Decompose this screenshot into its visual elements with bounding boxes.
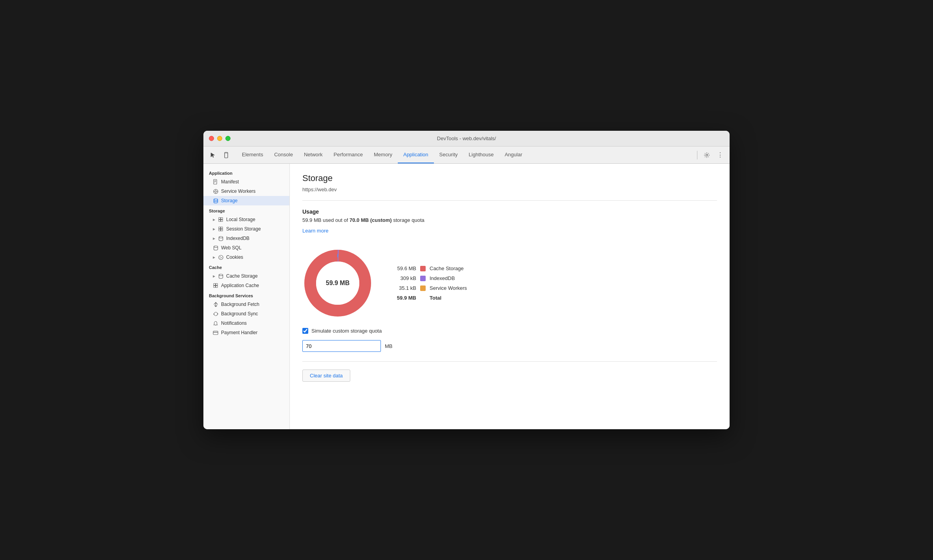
- sidebar-section-storage: Storage: [203, 205, 289, 215]
- sidebar-item-session-storage[interactable]: ▶ Session Storage: [203, 224, 289, 234]
- tab-memory[interactable]: Memory: [368, 146, 398, 163]
- settings-icon[interactable]: [701, 150, 712, 161]
- learn-more-link[interactable]: Learn more: [302, 228, 328, 234]
- quota-input-row: MB: [302, 340, 717, 352]
- svg-rect-1: [225, 152, 228, 154]
- tab-angular[interactable]: Angular: [499, 146, 528, 163]
- app-cache-icon: [213, 283, 218, 288]
- close-button[interactable]: [209, 136, 214, 141]
- sidebar-item-background-fetch[interactable]: Background Fetch: [203, 300, 289, 309]
- legend-item-indexeddb: 309 kB IndexedDB: [389, 275, 467, 281]
- toolbar: Elements Console Network Performance Mem…: [203, 146, 730, 164]
- usage-section: Usage 59.9 MB used out of 70.0 MB (custo…: [302, 209, 717, 242]
- main-area: Application Manifest: [203, 164, 730, 429]
- sidebar-item-indexeddb[interactable]: ▶ IndexedDB: [203, 234, 289, 243]
- legend-item-sw: 35.1 kB Service Workers: [389, 285, 467, 291]
- svg-rect-14: [219, 218, 221, 220]
- legend-swatch-cache: [420, 266, 426, 271]
- quota-checkbox-text: Simulate custom storage quota: [311, 328, 382, 334]
- background-fetch-icon: [213, 302, 218, 307]
- legend-label-total: Total: [430, 295, 441, 301]
- sidebar-item-cache-storage-label: Cache Storage: [226, 273, 258, 279]
- svg-point-25: [220, 256, 221, 257]
- svg-point-23: [214, 246, 218, 247]
- toolbar-divider: [697, 151, 697, 159]
- sidebar-item-manifest-label: Manifest: [221, 179, 239, 185]
- sidebar-item-background-sync-label: Background Sync: [221, 311, 258, 317]
- sidebar-item-cookies[interactable]: ▶ Cookies: [203, 253, 289, 262]
- svg-rect-18: [219, 227, 221, 229]
- quota-row: Simulate custom storage quota: [302, 328, 717, 334]
- quota-input[interactable]: [302, 340, 381, 352]
- chevron-right-icon5: ▶: [213, 275, 215, 278]
- donut-chart: 59.9 MB: [302, 248, 373, 318]
- page-title: Storage: [302, 173, 717, 183]
- legend-item-cache: 59.6 MB Cache Storage: [389, 265, 467, 271]
- legend-item-total: 59.9 MB Total: [389, 295, 467, 301]
- storage-icon: [213, 198, 218, 203]
- clear-site-data-button[interactable]: Clear site data: [302, 370, 350, 382]
- background-sync-icon: [213, 311, 218, 317]
- svg-point-8: [215, 190, 216, 192]
- svg-rect-21: [221, 229, 223, 231]
- sidebar-section-background: Background Services: [203, 290, 289, 300]
- indexeddb-icon: [218, 236, 223, 241]
- tab-console[interactable]: Console: [269, 146, 298, 163]
- tab-network[interactable]: Network: [298, 146, 328, 163]
- svg-rect-17: [221, 220, 223, 222]
- quota-unit: MB: [385, 343, 393, 349]
- maximize-button[interactable]: [225, 136, 231, 141]
- quota-checkbox-label[interactable]: Simulate custom storage quota: [302, 328, 382, 334]
- payment-handler-icon: [213, 330, 218, 335]
- legend-label-indexeddb: IndexedDB: [430, 275, 455, 281]
- sidebar-item-notifications[interactable]: Notifications: [203, 318, 289, 328]
- toolbar-right: ⋮: [695, 150, 726, 161]
- sidebar-item-background-fetch-label: Background Fetch: [221, 302, 259, 307]
- svg-rect-29: [214, 284, 216, 285]
- legend-swatch-sw: [420, 285, 426, 291]
- donut-label: 59.9 MB: [326, 280, 349, 287]
- sidebar-item-service-workers[interactable]: Service Workers: [203, 187, 289, 196]
- tab-application[interactable]: Application: [398, 146, 434, 163]
- minimize-button[interactable]: [217, 136, 222, 141]
- divider-bottom: [302, 361, 717, 362]
- nav-tabs: Elements Console Network Performance Mem…: [236, 146, 694, 163]
- tab-performance[interactable]: Performance: [328, 146, 368, 163]
- more-icon[interactable]: ⋮: [715, 150, 726, 161]
- sidebar-item-application-cache[interactable]: Application Cache: [203, 281, 289, 290]
- tab-security[interactable]: Security: [434, 146, 463, 163]
- sidebar-section-application: Application: [203, 168, 289, 177]
- tab-lighthouse[interactable]: Lighthouse: [463, 146, 499, 163]
- sidebar-item-indexeddb-label: IndexedDB: [226, 236, 249, 241]
- sidebar-item-cache-storage[interactable]: ▶ Cache Storage: [203, 271, 289, 281]
- sidebar: Application Manifest: [203, 164, 290, 429]
- sidebar-item-notifications-label: Notifications: [221, 320, 247, 326]
- svg-rect-16: [219, 220, 221, 222]
- web-sql-icon: [213, 245, 218, 251]
- sidebar-item-storage-label: Storage: [221, 198, 238, 203]
- mobile-icon[interactable]: [221, 150, 232, 161]
- sidebar-item-web-sql[interactable]: Web SQL: [203, 243, 289, 253]
- cursor-icon[interactable]: [207, 150, 218, 161]
- quota-checkbox[interactable]: [302, 328, 308, 334]
- svg-rect-30: [216, 284, 218, 285]
- sidebar-item-background-sync[interactable]: Background Sync: [203, 309, 289, 318]
- sidebar-item-manifest[interactable]: Manifest: [203, 177, 289, 187]
- tab-elements[interactable]: Elements: [236, 146, 269, 163]
- svg-point-13: [214, 199, 218, 200]
- chart-area: 59.9 MB 59.6 MB Cache Storage 309 kB Ind…: [302, 248, 717, 318]
- sidebar-item-payment-handler[interactable]: Payment Handler: [203, 328, 289, 337]
- chevron-right-icon: ▶: [213, 218, 215, 221]
- chevron-right-icon4: ▶: [213, 256, 215, 259]
- sidebar-item-storage[interactable]: Storage: [203, 196, 289, 205]
- content-url: https://web.dev: [302, 187, 717, 192]
- sidebar-item-local-storage[interactable]: ▶ Local Storage: [203, 215, 289, 224]
- svg-rect-15: [221, 218, 223, 220]
- cookies-icon: [218, 254, 223, 260]
- legend-value-sw: 35.1 kB: [389, 285, 416, 291]
- toolbar-icons: [207, 150, 232, 161]
- legend-swatch-indexeddb: [420, 276, 426, 281]
- legend-label-sw: Service Workers: [430, 285, 467, 291]
- svg-point-28: [219, 274, 223, 276]
- legend-label-cache: Cache Storage: [430, 265, 464, 271]
